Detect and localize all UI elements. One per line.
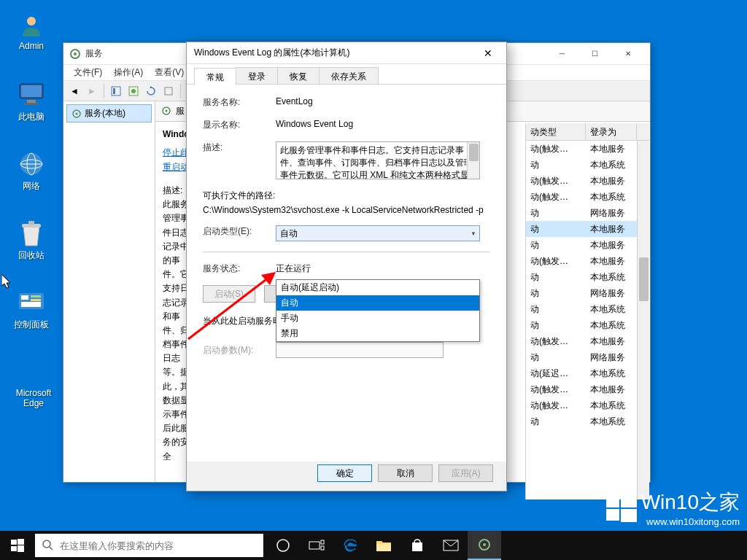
pc-icon [17, 80, 46, 109]
table-row[interactable]: 动本地系统 [526, 157, 649, 173]
desktop-icon-network[interactable]: 网络 [6, 149, 57, 192]
back-button[interactable]: ◄ [66, 83, 82, 99]
svg-rect-15 [21, 302, 41, 307]
startup-type-select[interactable]: 自动 ▼ [276, 225, 480, 241]
service-list: 动类型 登录为 动(触发…本地服务动本地系统动(触发…本地服务动(触发…本地系统… [525, 123, 649, 499]
svg-point-48 [483, 543, 486, 546]
services-taskbar[interactable] [468, 531, 501, 560]
props-titlebar[interactable]: Windows Event Log 的属性(本地计算机) ✕ [187, 42, 506, 64]
desktop-icon-controlpanel[interactable]: 控制面板 [6, 288, 57, 331]
table-row[interactable]: 动本地系统 [526, 413, 649, 429]
gear-icon [69, 48, 81, 60]
properties-dialog: Windows Event Log 的属性(本地计算机) ✕ 常规 登录 恢复 … [186, 42, 507, 491]
minimize-button[interactable]: ─ [546, 43, 578, 64]
svg-rect-35 [11, 540, 17, 545]
menu-view[interactable]: 查看(V) [149, 65, 190, 80]
desktop-icon-recycle[interactable]: 回收站 [6, 219, 57, 262]
label-status: 服务状态: [203, 262, 276, 275]
network-icon [17, 149, 46, 179]
taskbar [0, 531, 747, 560]
tree-services-local[interactable]: 服务(本地) [66, 104, 152, 122]
table-row[interactable]: 动本地系统 [526, 269, 649, 285]
explorer-taskbar[interactable] [367, 531, 400, 560]
tool-2[interactable] [125, 83, 142, 99]
tool-export[interactable] [160, 83, 177, 99]
option-manual[interactable]: 手动 [276, 311, 479, 326]
start-button: 启动(S) [203, 285, 255, 303]
value-status: 正在运行 [276, 262, 311, 275]
svg-point-26 [76, 112, 78, 114]
taskview-button[interactable] [300, 531, 333, 560]
svg-rect-10 [28, 221, 34, 225]
option-auto[interactable]: 自动 [276, 295, 479, 311]
tab-logon[interactable]: 登录 [236, 67, 278, 84]
tab-dependencies[interactable]: 依存关系 [319, 67, 379, 84]
table-row[interactable]: 动网络服务 [526, 205, 649, 221]
option-auto-delayed[interactable]: 自动(延迟启动) [276, 280, 479, 295]
scrollbar[interactable] [637, 141, 649, 499]
close-button[interactable]: ✕ [611, 43, 644, 64]
table-row[interactable]: 动本地系统 [526, 317, 649, 333]
table-row[interactable]: 动本地服务 [526, 237, 649, 253]
maximize-button[interactable]: ☐ [578, 43, 611, 64]
table-row[interactable]: 动(触发…本地服务 [526, 381, 649, 397]
start-button[interactable] [0, 531, 35, 560]
label-service-name: 服务名称: [203, 96, 276, 109]
mail-taskbar[interactable] [434, 531, 468, 560]
svg-rect-2 [21, 85, 42, 97]
table-row[interactable]: 动(触发…本地系统 [526, 397, 649, 413]
table-row[interactable]: 动(触发…本地系统 [526, 189, 649, 205]
desc-scrollbar[interactable] [467, 142, 479, 179]
table-row[interactable]: 动(延迟…本地系统 [526, 365, 649, 381]
svg-rect-19 [113, 88, 115, 94]
svg-rect-4 [24, 103, 39, 105]
startup-type-dropdown: 自动(延迟启动) 自动 手动 禁用 [276, 279, 480, 342]
search-input[interactable] [60, 540, 256, 551]
col-logon[interactable]: 登录为 [586, 123, 637, 140]
desktop-icon-edge[interactable]: Microsoft Edge [6, 357, 61, 408]
forward-button[interactable]: ► [84, 83, 100, 99]
table-row[interactable]: 动(触发…本地服务 [526, 173, 649, 189]
start-param-input [276, 342, 444, 358]
desktop-icon-admin[interactable]: Admin [6, 10, 57, 51]
cortana-button[interactable] [266, 531, 300, 560]
ok-button[interactable]: 确定 [317, 464, 372, 482]
tree-pane: 服务(本地) [63, 101, 155, 482]
label-display-name: 显示名称: [203, 119, 276, 131]
table-row[interactable]: 动(触发…本地服务 [526, 253, 649, 269]
search-box[interactable] [35, 534, 263, 557]
svg-rect-36 [18, 539, 24, 545]
svg-rect-32 [621, 494, 637, 508]
cancel-button[interactable]: 取消 [378, 464, 433, 482]
desktop-icon-thispc[interactable]: 此电脑 [6, 80, 57, 123]
table-row[interactable]: 动网络服务 [526, 285, 649, 301]
svg-rect-31 [606, 496, 619, 508]
svg-rect-12 [21, 295, 28, 300]
description-box: 此服务管理事件和事件日志。它支持日志记录事件、查询事件、订阅事件、归档事件日志以… [276, 141, 480, 179]
svg-rect-44 [321, 546, 324, 550]
scroll-thumb[interactable] [639, 257, 649, 301]
tool-refresh[interactable] [143, 83, 159, 99]
option-disabled[interactable]: 禁用 [276, 326, 479, 341]
col-startup[interactable]: 动类型 [526, 123, 586, 140]
svg-point-0 [27, 17, 36, 26]
menu-file[interactable]: 文件(F) [68, 65, 108, 80]
svg-point-17 [74, 52, 77, 55]
label-description: 描述: [203, 141, 276, 154]
edge-taskbar[interactable] [333, 531, 367, 560]
tab-recovery[interactable]: 恢复 [277, 67, 320, 84]
controlpanel-icon [17, 288, 46, 317]
table-row[interactable]: 动网络服务 [526, 349, 649, 365]
svg-rect-13 [31, 295, 41, 298]
menu-action[interactable]: 操作(A) [108, 65, 149, 80]
tool-1[interactable] [108, 83, 124, 99]
gear-icon [161, 106, 173, 117]
tab-general[interactable]: 常规 [194, 68, 236, 85]
store-taskbar[interactable] [400, 531, 434, 560]
svg-rect-37 [11, 546, 17, 551]
table-row[interactable]: 动(触发…本地服务 [526, 333, 649, 349]
table-row[interactable]: 动本地系统 [526, 301, 649, 317]
close-button[interactable]: ✕ [477, 43, 499, 63]
table-row[interactable]: 动(触发…本地服务 [526, 141, 649, 157]
table-row[interactable]: 动本地服务 [526, 221, 649, 237]
